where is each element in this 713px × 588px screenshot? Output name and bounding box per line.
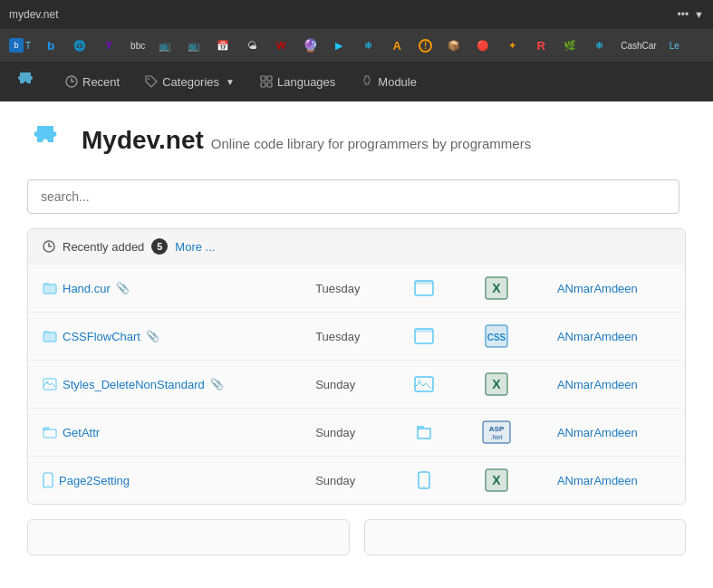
categories-dropdown-arrow: ▼ — [226, 77, 235, 87]
aspnet-icon: ASP .Net — [482, 419, 511, 445]
menu-dots: ••• — [678, 8, 689, 21]
folder-open-icon — [43, 426, 57, 439]
bookmark-play[interactable]: ▶ — [326, 35, 353, 55]
tag-icon — [145, 75, 158, 88]
bookmarks-bar: b T b 🌐 Y bbc 📺 📺 📅 🌤 W 🔮 ▶ ❄ A ! 📦 — [0, 29, 713, 62]
item-author[interactable]: ANmarAmdeen — [557, 282, 638, 295]
bookmark-red-circle-icon: 🔴 — [476, 38, 490, 53]
item-link[interactable]: Page2Setting — [43, 472, 286, 488]
bookmark-cal-icon: 📅 — [216, 38, 230, 53]
search-input[interactable] — [27, 179, 679, 214]
svg-text:CSS: CSS — [487, 333, 506, 342]
folder-icon — [43, 282, 57, 294]
css-category-icon: CSS — [482, 322, 511, 351]
table-row: GetAttr Sunday — [28, 409, 685, 457]
page-content: Mydev.net Online code library for progra… — [0, 101, 713, 588]
table-row: CSSFlowChart 📎 Tuesday — [28, 313, 685, 361]
mobile-icon — [43, 472, 53, 488]
item-author[interactable]: ANmarAmdeen — [557, 426, 638, 439]
item-link[interactable]: Hand.cur 📎 — [43, 282, 286, 295]
excel-icon: X — [484, 275, 509, 301]
bookmark-bbc[interactable]: bbc — [125, 38, 150, 53]
nav-languages[interactable]: Languages — [249, 70, 346, 94]
bookmark-box[interactable]: 📦 — [441, 35, 468, 55]
item-author-cell: ANmarAmdeen — [543, 457, 685, 505]
item-link[interactable]: CSSFlowChart 📎 — [43, 330, 286, 343]
nav-categories[interactable]: Categories ▼ — [134, 70, 246, 94]
bookmark-tv2-icon: 📺 — [187, 38, 201, 53]
bookmark-w[interactable]: W — [268, 35, 295, 55]
hero-subtitle: Online code library for programmers by p… — [211, 136, 531, 151]
type-icon — [411, 323, 437, 349]
bookmark-exclaim[interactable]: ! — [413, 36, 439, 55]
svg-point-36 — [423, 486, 425, 487]
recently-added-badge: 5 — [151, 238, 168, 255]
bookmark-amazon[interactable]: A — [384, 35, 411, 55]
bookmark-globe[interactable]: 🌐 — [67, 35, 94, 55]
bookmark-star[interactable]: ✦ — [499, 35, 526, 55]
browser-title: mydev.net — [9, 8, 678, 21]
bookmark-orange[interactable]: 🔮 — [297, 35, 324, 55]
bookmark-last[interactable]: Le — [664, 38, 685, 53]
item-date-cell: Sunday — [301, 361, 397, 409]
bookmark-weather[interactable]: 🌤 — [239, 35, 266, 55]
bookmark-orange-icon: 🔮 — [303, 38, 317, 53]
grid-icon — [260, 75, 273, 88]
item-author[interactable]: ANmarAmdeen — [557, 378, 638, 391]
item-author[interactable]: ANmarAmdeen — [557, 474, 638, 487]
bookmark-cashcar[interactable]: CashCar — [615, 38, 661, 53]
bookmark-w-icon: W — [274, 38, 288, 53]
item-author-cell: ANmarAmdeen — [543, 265, 685, 313]
item-author[interactable]: ANmarAmdeen — [557, 330, 638, 343]
item-link[interactable]: GetAttr — [43, 426, 286, 439]
bookmark-red-circle[interactable]: 🔴 — [470, 35, 497, 55]
svg-text:ASP: ASP — [489, 425, 505, 433]
bookmark-tv2[interactable]: 📺 — [181, 35, 208, 55]
more-link[interactable]: More ... — [175, 240, 215, 254]
bookmark-snow2[interactable]: ❄ — [586, 35, 613, 55]
item-type-cell — [397, 361, 467, 409]
hero-title-group: Mydev.net Online code library for progra… — [82, 126, 531, 155]
excel-category-icon: X — [482, 274, 511, 303]
bookmark-R[interactable]: R — [528, 35, 555, 55]
bookmark-leaf-icon: 🌿 — [563, 38, 577, 53]
nav-recent-label: Recent — [82, 75, 120, 89]
svg-rect-8 — [43, 284, 56, 294]
footer-panel-left — [27, 519, 350, 555]
item-author-cell: ANmarAmdeen — [543, 313, 685, 361]
nav-recent[interactable]: Recent — [54, 70, 130, 94]
bookmark-snowflake-icon: ❄ — [361, 38, 375, 53]
hero-puzzle-icon — [27, 120, 69, 161]
type-icon — [411, 371, 437, 397]
image-icon — [43, 378, 57, 390]
footer-panels — [27, 519, 686, 555]
module-icon — [361, 75, 373, 88]
bookmark-leaf[interactable]: 🌿 — [557, 35, 584, 55]
bookmark-b-icon: b — [43, 38, 58, 53]
folder-type-icon — [416, 424, 432, 440]
image-type-icon — [414, 376, 434, 392]
recently-added-panel: Recently added 5 More ... Hand.c — [27, 228, 686, 505]
item-name-cell: Page2Setting — [28, 457, 301, 505]
table-row: Page2Setting Sunday — [28, 457, 685, 505]
bookmark-b[interactable]: b — [38, 35, 65, 55]
bookmark-y[interactable]: Y — [96, 35, 123, 55]
bookmark-y-icon: Y — [101, 38, 116, 53]
nav-module[interactable]: Module — [350, 70, 428, 94]
svg-point-25 — [418, 380, 421, 383]
bookmark-tv1[interactable]: 📺 — [152, 35, 179, 55]
excel-category-icon2: X — [482, 370, 511, 399]
bookmark-bt[interactable]: b T — [4, 35, 36, 55]
menu-arrow: ▼ — [694, 9, 704, 20]
item-link[interactable]: Styles_DeleteNonStandard 📎 — [43, 378, 286, 391]
svg-marker-1 — [146, 76, 157, 87]
item-category-cell: X — [467, 265, 543, 313]
item-type-cell — [397, 457, 467, 505]
clock-icon — [65, 75, 78, 88]
bookmark-bt-icon: b — [9, 38, 24, 53]
item-category-cell: X — [467, 457, 543, 505]
item-category-cell: X — [467, 361, 543, 409]
type-icon — [411, 419, 437, 445]
bookmark-cal[interactable]: 📅 — [210, 35, 237, 55]
bookmark-snowflake[interactable]: ❄ — [355, 35, 382, 55]
